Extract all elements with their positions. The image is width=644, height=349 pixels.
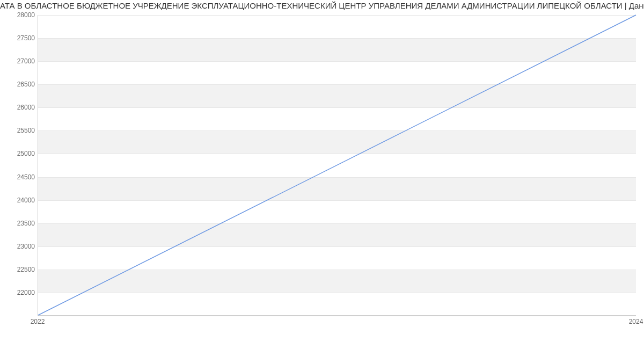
y-tick-label: 27000: [3, 57, 35, 65]
y-tick-label: 24500: [3, 173, 35, 181]
x-tick-label: 2024: [629, 318, 643, 325]
y-gridline: [38, 316, 636, 316]
plot-area: [38, 15, 636, 316]
y-tick-label: 22500: [3, 266, 35, 273]
y-tick-label: 22000: [3, 289, 35, 296]
line-series: [38, 15, 636, 315]
chart-title: АТА В ОБЛАСТНОЕ БЮДЖЕТНОЕ УЧРЕЖДЕНИЕ ЭКС…: [0, 1, 644, 10]
x-tick-label: 2022: [31, 318, 45, 325]
y-tick-label: 23500: [3, 220, 35, 227]
y-tick-label: 28000: [3, 11, 35, 19]
y-tick-label: 26500: [3, 81, 35, 88]
y-tick-label: 24000: [3, 197, 35, 204]
y-tick-label: 25500: [3, 127, 35, 134]
y-tick-label: 27500: [3, 34, 35, 42]
y-tick-label: 23000: [3, 243, 35, 250]
y-tick-label: 25000: [3, 150, 35, 157]
y-tick-label: 26000: [3, 104, 35, 111]
